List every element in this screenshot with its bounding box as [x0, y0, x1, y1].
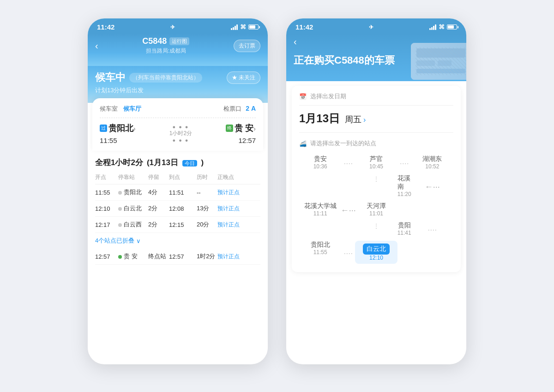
row3-stop: 2分 — [148, 220, 169, 229]
left-depart-info: 计划13分钟后出发 — [95, 86, 260, 95]
arrow-dots-5: ···· — [411, 221, 453, 236]
last-arrive: 12:57 — [169, 253, 197, 260]
left-status-section: 候车中 （列车当前停靠贵阳北站） ★ 未关注 计划13分钟后出发 — [88, 66, 268, 103]
left-to-badge: 终 — [226, 125, 233, 132]
right-wifi-icon: ⌘ — [439, 24, 445, 30]
left-signal-icon — [231, 24, 238, 30]
row3-duration: 20分 — [197, 220, 217, 229]
left-from-badge: 过 — [100, 125, 107, 132]
row1-arrive: 11:51 — [169, 189, 197, 196]
left-schedule-date: (1月13日 今日 ) — [147, 157, 204, 168]
th-status: 正晚点 — [217, 173, 260, 181]
last-station: 贵 安 — [118, 252, 148, 261]
right-header: ‹ 正在购买C5848的车票 — [286, 34, 466, 81]
arrow-dots-2: ···· — [397, 155, 411, 170]
station-item-guian[interactable]: 贵安 10:36 — [299, 155, 341, 170]
row1-station: 贵阳北 — [118, 188, 148, 196]
left-collapsed-link[interactable]: 4个站点已折叠 ∨ — [95, 233, 260, 249]
left-status-icons: ⌘ — [231, 24, 259, 30]
th-duration: 历时 — [197, 173, 217, 181]
right-weekday: 周五 — [345, 115, 361, 124]
row3-depart: 12:17 — [95, 221, 118, 228]
left-waiting-status: 候车中 （列车当前停靠贵阳北站） ★ 未关注 — [95, 71, 260, 84]
left-schedule-section: 全程1小时2分 (1月13日 今日 ) 开点 停靠站 停留 到点 历时 正晚点 … — [88, 151, 268, 271]
station-item-baiyunbei[interactable]: 白云北 12:10 — [355, 241, 397, 264]
right-time: 11:42 — [295, 23, 313, 31]
right-date-value-row[interactable]: 1月13日 周五 › — [299, 106, 453, 133]
arrow-dots-1: ···· — [341, 155, 355, 170]
left-subtitle: 担当路局:成都局 — [146, 47, 186, 55]
left-dots: ● ● ● — [172, 124, 189, 130]
left-from-badge-row: 过 贵阳北› — [100, 123, 136, 134]
left-from-time: 11:55 — [100, 137, 136, 144]
last-stop: 终点站 — [148, 252, 169, 261]
right-date-label-row: 📅 选择出发日期 — [299, 92, 453, 106]
right-date-display: 1月13日 周五 › — [299, 111, 366, 126]
table-row: 12:57 贵 安 终点站 12:57 1时2分 预计正点 — [95, 249, 260, 265]
left-route-row: 过 贵阳北› 11:55 ● ● ● 1小时2分 ● ● ● 终 — [100, 123, 256, 144]
left-dots2: ● ● ● — [172, 137, 189, 143]
station-item-guiyang[interactable]: 贵阳 11:41 — [397, 221, 411, 236]
left-duration: 1小时2分 — [169, 130, 192, 137]
row2-status: 预计正点 — [217, 205, 260, 213]
right-back-button[interactable]: ‹ — [294, 36, 297, 47]
row1-duration: -- — [197, 189, 217, 196]
last-duration: 1时2分 — [197, 252, 217, 261]
left-to-station-name: 贵 安› — [235, 123, 256, 134]
left-table-header: 开点 停靠站 停留 到点 历时 正晚点 — [95, 173, 260, 184]
right-location-icon: ✈ — [369, 24, 373, 30]
left-hall-labels: 候车室 候车厅 — [100, 105, 141, 113]
arrow-dots-3: ←··· — [411, 174, 453, 197]
left-to-station: 终 贵 安› 12:57 — [226, 123, 256, 144]
th-stop: 停留 — [148, 173, 169, 181]
left-main-status: 候车中 — [95, 71, 126, 84]
station-item-huchaodong[interactable]: 湖潮东 10:52 — [411, 155, 453, 170]
last-depart: 12:57 — [95, 253, 118, 260]
left-today-tag: 今日 — [182, 160, 197, 166]
right-station-grid: 贵安 10:36 ···· 芦官 10:45 ···· 湖潮东 10:52 ⋮ … — [299, 153, 453, 266]
left-back-button[interactable]: ‹ — [95, 41, 98, 51]
right-date-arrow: › — [363, 116, 366, 124]
left-nav-row: ‹ C5848 运行图 担当路局:成都局 去订票 — [95, 34, 260, 59]
left-white-card: 候车室 候车厅 检票口 2 A 过 贵阳北› 11 — [92, 98, 263, 151]
table-row: 12:10 白云北 2分 12:08 13分 预计正点 — [95, 201, 260, 217]
left-gate-value: 2 A — [246, 105, 256, 112]
vdots-2: ⋮ — [355, 221, 397, 236]
th-depart: 开点 — [95, 173, 118, 181]
row2-depart: 12:10 — [95, 205, 118, 212]
station-item-huaxinan[interactable]: 花溪南 11:20 — [397, 174, 411, 197]
th-station: 停靠站 — [118, 173, 148, 181]
row1-status: 预计正点 — [217, 189, 260, 196]
station-item-guiyangbei[interactable]: 贵阳北 11:55 — [299, 241, 341, 264]
station-item-tianhe[interactable]: 天河潭 11:01 — [355, 202, 397, 217]
right-status-icons: ⌘ — [429, 24, 457, 30]
left-train-tag: 运行图 — [169, 37, 189, 45]
left-battery-icon — [248, 24, 259, 30]
left-header: ‹ C5848 运行图 担当路局:成都局 去订票 — [88, 34, 268, 66]
left-schedule-title: 全程1小时2分 — [95, 157, 143, 168]
table-row: 12:17 白云西 2分 12:15 20分 预计正点 — [95, 217, 260, 233]
left-to-time: 12:57 — [238, 137, 256, 144]
arrow-dots-4: ←··· — [341, 202, 355, 217]
left-time: 11:42 — [97, 23, 114, 31]
right-date-picker-card: 📅 选择出发日期 1月13日 周五 › 🚄 请选择出发一到达的站点 贵安 — [292, 86, 461, 272]
station-item-luguan[interactable]: 芦官 10:45 — [355, 155, 397, 170]
left-book-button[interactable]: 去订票 — [234, 40, 260, 52]
left-waiting-room-label: 候车室 — [100, 105, 118, 112]
vdots-1: ⋮ — [355, 174, 397, 197]
row3-status: 预计正点 — [217, 221, 260, 229]
left-from-station: 过 贵阳北› 11:55 — [100, 123, 136, 144]
th-arrive: 到点 — [169, 173, 197, 181]
row2-stop: 2分 — [148, 204, 169, 213]
left-location-icon: ✈ — [170, 24, 175, 30]
left-waiting-hall-label: 候车厅 — [123, 105, 141, 112]
station-item-huaxidaxue[interactable]: 花溪大学城 11:11 — [299, 202, 341, 217]
left-from-station-name: 贵阳北› — [108, 123, 136, 134]
right-signal-icon — [429, 24, 436, 30]
left-unfollow-button[interactable]: ★ 未关注 — [227, 71, 260, 84]
left-gate-info: 检票口 2 A — [223, 105, 256, 113]
row1-depart: 11:55 — [95, 189, 118, 196]
right-ticket-image — [411, 43, 466, 80]
row2-duration: 13分 — [197, 204, 217, 213]
calendar-icon: 📅 — [299, 93, 307, 100]
